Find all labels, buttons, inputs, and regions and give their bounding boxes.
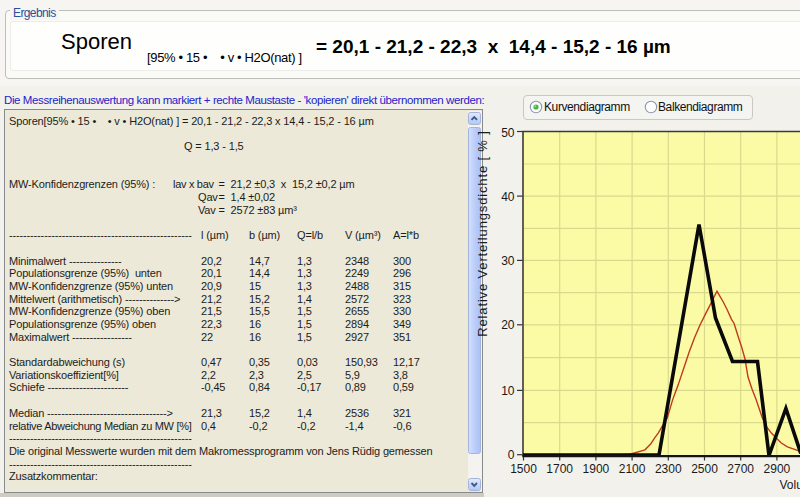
svg-text:20: 20 [501, 318, 515, 332]
svg-text:40: 40 [501, 190, 515, 204]
svg-text:50: 50 [501, 126, 515, 140]
svg-text:Volumen [µm³]: Volumen [µm³] [780, 478, 800, 492]
svg-text:1900: 1900 [583, 462, 610, 476]
svg-text:2300: 2300 [655, 462, 682, 476]
svg-text:Relative Verteilungsdichte [ %: Relative Verteilungsdichte [ % ] [475, 130, 490, 336]
svg-text:10: 10 [501, 384, 515, 398]
svg-text:1700: 1700 [546, 462, 573, 476]
svg-text:2900: 2900 [764, 462, 791, 476]
svg-text:2500: 2500 [691, 462, 718, 476]
svg-text:0: 0 [508, 448, 515, 462]
svg-text:2700: 2700 [727, 462, 754, 476]
svg-text:30: 30 [501, 254, 515, 268]
svg-text:2100: 2100 [619, 462, 646, 476]
svg-text:1500: 1500 [510, 462, 537, 476]
